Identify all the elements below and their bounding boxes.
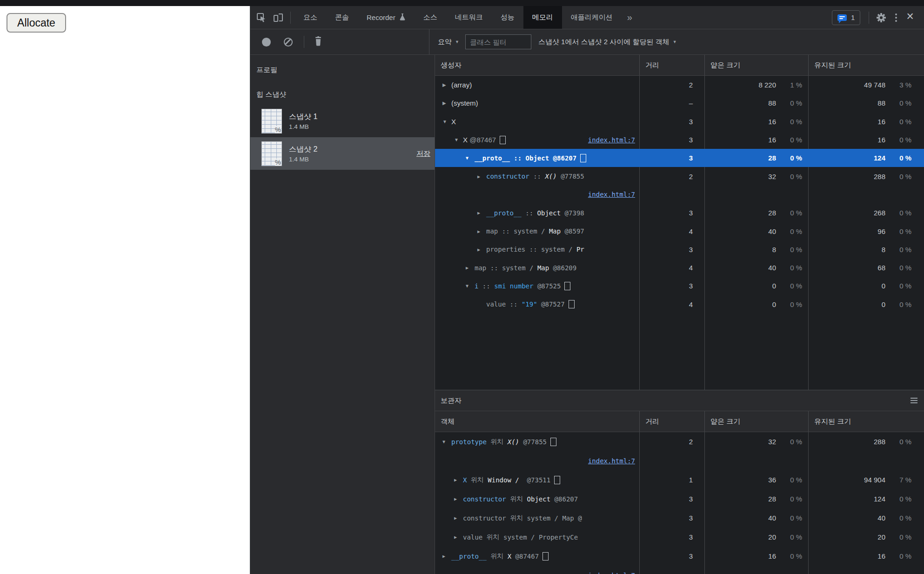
close-devtools-icon[interactable]: ×: [903, 10, 919, 25]
text-segment: smi number: [494, 282, 537, 290]
table-row[interactable]: ▶constructor :: X() @77855index.html:723…: [435, 167, 924, 204]
expand-arrow-expanded[interactable]: ▼: [454, 137, 463, 142]
table-row[interactable]: ▶__proto__ 위치 X @87467index.html:73160 %…: [435, 547, 924, 574]
toolbar-right-section: 요약 ▼ 스냅샷 1에서 스냅샷 2 사이에 할당된 객체 ▼: [429, 29, 924, 54]
expand-arrow-collapsed[interactable]: ▶: [477, 174, 486, 179]
table-row[interactable]: value :: "19" @87527400 %00 %: [435, 295, 924, 314]
allocate-button[interactable]: Allocate: [7, 13, 66, 33]
table-row[interactable]: ▶X 위치 Window / @735111360 %94 9047 %: [435, 470, 924, 489]
text-segment: 위치: [506, 495, 527, 503]
row-line: ▼X @87467index.html:7: [435, 131, 640, 149]
shallow-size-value: 16: [768, 118, 776, 126]
expand-arrow-expanded[interactable]: ▼: [442, 439, 451, 444]
more-tabs-button[interactable]: »: [622, 12, 638, 23]
tab-애플리케이션[interactable]: 애플리케이션: [562, 6, 622, 29]
expand-arrow-expanded[interactable]: ▼: [466, 155, 475, 160]
column-header-retained-size[interactable]: 유지된 크기: [809, 411, 924, 432]
table-row[interactable]: ▶map :: system / Map @85974400 %960 %: [435, 222, 924, 240]
expand-arrow-collapsed[interactable]: ▶: [442, 82, 451, 87]
record-heap-icon[interactable]: [262, 38, 271, 47]
expand-arrow-collapsed[interactable]: ▶: [454, 515, 463, 521]
expand-arrow-collapsed[interactable]: ▶: [477, 229, 486, 234]
name-cell: ▶constructor 위치 system / Map @: [435, 508, 640, 527]
snapshot-item-2[interactable]: %스냅샷 21.4 MB저장: [250, 137, 435, 170]
tab-성능[interactable]: 성능: [492, 6, 523, 29]
text-segment: properties: [486, 246, 525, 253]
text-segment: constructor: [463, 495, 506, 503]
table-row[interactable]: ▶constructor 위치 system / Map @3400 %400 …: [435, 508, 924, 527]
perspective-select[interactable]: 요약 ▼: [438, 38, 459, 47]
shallow-size-value: 0: [772, 300, 776, 308]
text-segment: (system): [451, 99, 478, 107]
column-header-object[interactable]: 객체: [435, 411, 640, 432]
device-toolbar-icon[interactable]: [271, 11, 285, 25]
snapshot-scope-select[interactable]: 스냅샷 1에서 스냅샷 2 사이에 할당된 객체 ▼: [538, 38, 677, 47]
expand-arrow-collapsed[interactable]: ▶: [454, 477, 463, 482]
table-row[interactable]: ▶map :: system / Map @862094400 %680 %: [435, 259, 924, 277]
devtools-panel: 요소콘솔Recorder소스네트워크성능메모리애플리케이션 » 1: [250, 6, 924, 574]
snapshot-name: 스냅샷 2: [289, 145, 317, 154]
table-row[interactable]: ▼X3160 %160 %: [435, 113, 924, 131]
tab-콘솔[interactable]: 콘솔: [326, 6, 358, 29]
shallow-size-percent: 0 %: [776, 438, 802, 446]
retainers-menu-icon[interactable]: [911, 398, 917, 403]
retained-size-percent: 0 %: [885, 438, 911, 446]
expand-arrow-collapsed[interactable]: ▶: [454, 496, 463, 501]
table-row[interactable]: ▼prototype 위치 X() @77855index.html:72320…: [435, 432, 924, 470]
source-link[interactable]: index.html:7: [588, 572, 635, 574]
expand-arrow-collapsed[interactable]: ▶: [477, 210, 486, 215]
table-row[interactable]: ▶(system)–880 %880 %: [435, 94, 924, 112]
issues-button[interactable]: 1: [832, 10, 860, 25]
expand-arrow-expanded[interactable]: ▼: [466, 283, 475, 288]
snapshot-size: 1.4 MB: [289, 156, 317, 163]
source-link[interactable]: index.html:7: [588, 191, 635, 198]
table-row[interactable]: ▶value 위치 system / PropertyCe3200 %200 %: [435, 527, 924, 547]
column-header-distance[interactable]: 거리: [640, 55, 705, 75]
retained-size-line: 200 %: [809, 527, 911, 547]
column-header-constructor[interactable]: 생성자: [435, 55, 640, 75]
kebab-menu-icon[interactable]: [890, 13, 903, 22]
expand-arrow-collapsed[interactable]: ▶: [477, 247, 486, 252]
tab-label: 콘솔: [335, 13, 349, 22]
column-header-shallow-size[interactable]: 얕은 크기: [705, 411, 809, 432]
constructor-grid-body: ▶(array)28 2201 %49 7483 %▶(system)–880 …: [435, 76, 924, 390]
inspect-element-icon[interactable]: [254, 11, 268, 25]
source-link[interactable]: index.html:7: [588, 457, 635, 465]
expand-arrow-expanded[interactable]: ▼: [442, 119, 451, 124]
retained-size-cell: 1240 %: [809, 489, 924, 508]
tab-네트워크[interactable]: 네트워크: [446, 6, 492, 29]
expand-arrow-collapsed[interactable]: ▶: [466, 265, 475, 270]
delete-profile-icon[interactable]: [314, 36, 323, 48]
tab-메모리[interactable]: 메모리: [523, 6, 562, 29]
distance-line: 3: [640, 240, 693, 259]
table-row[interactable]: ▶constructor 위치 Object @862073280 %1240 …: [435, 489, 924, 508]
table-row[interactable]: ▼i :: smi number @87525300 %00 %: [435, 277, 924, 295]
text-segment: 위치: [506, 514, 527, 522]
settings-gear-icon[interactable]: [874, 11, 888, 25]
table-row[interactable]: ▶(array)28 2201 %49 7483 %: [435, 76, 924, 94]
table-row[interactable]: ▼X @87467index.html:73160 %160 %: [435, 131, 924, 149]
source-link[interactable]: index.html:7: [588, 136, 640, 144]
column-header-shallow-size[interactable]: 얕은 크기: [705, 55, 809, 75]
table-row[interactable]: ▶__proto__ :: Object @73983280 %2680 %: [435, 204, 924, 222]
shallow-size-line: 400 %: [705, 222, 802, 240]
missing-glyph-box: [550, 438, 556, 446]
snapshot-item-1[interactable]: %스냅샷 11.4 MB: [250, 105, 435, 137]
row-line: ▶map :: system / Map @86209: [435, 259, 640, 277]
column-header-retained-size[interactable]: 유지된 크기: [809, 55, 924, 75]
save-snapshot-link[interactable]: 저장: [416, 149, 430, 158]
column-header-distance[interactable]: 거리: [640, 411, 705, 432]
distance-cell: 2: [640, 432, 705, 470]
table-row[interactable]: ▼__proto__ :: Object @862073280 %1240 %: [435, 149, 924, 167]
distance-cell: 3: [640, 113, 705, 131]
expand-arrow-collapsed[interactable]: ▶: [442, 554, 451, 559]
tab-Recorder[interactable]: Recorder: [358, 6, 415, 29]
class-filter-input[interactable]: [465, 34, 531, 49]
expand-arrow-collapsed[interactable]: ▶: [442, 100, 451, 106]
clear-profiles-icon[interactable]: [284, 38, 293, 47]
expand-arrow-collapsed[interactable]: ▶: [454, 534, 463, 540]
tab-요소[interactable]: 요소: [295, 6, 326, 29]
text-segment: ::: [525, 246, 541, 253]
table-row[interactable]: ▶properties :: system / Pr380 %80 %: [435, 240, 924, 259]
tab-소스[interactable]: 소스: [415, 6, 446, 29]
